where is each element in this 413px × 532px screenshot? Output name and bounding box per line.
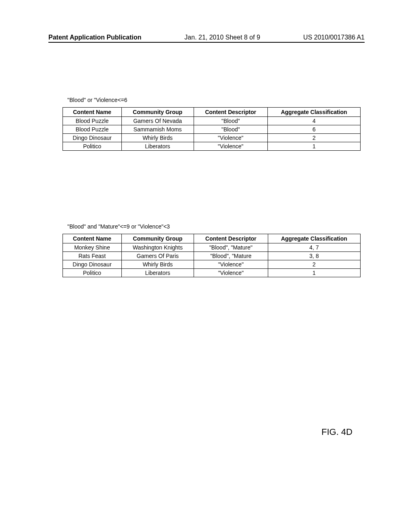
header-line: Patent Application Publication Jan. 21, … bbox=[48, 34, 365, 43]
table-row: Politico Liberators "Violence" 1 bbox=[63, 269, 361, 277]
col-content-name: Content Name bbox=[63, 108, 122, 117]
table-row: Rats Feast Gamers Of Paris "Blood", "Mat… bbox=[63, 252, 361, 260]
col-community-group: Community Group bbox=[121, 234, 194, 243]
page-header: Patent Application Publication Jan. 21, … bbox=[0, 34, 413, 43]
cell-content-descriptor: "Violence" bbox=[194, 142, 268, 151]
table-header-row: Content Name Community Group Content Des… bbox=[63, 108, 361, 117]
col-community-group: Community Group bbox=[121, 108, 194, 117]
table-row: Dingo Dinosaur Whirly Birds "Violence" 2 bbox=[63, 260, 361, 269]
cell-content-descriptor: "Blood" bbox=[194, 117, 268, 125]
cell-community-group: Washington Knights bbox=[121, 243, 194, 252]
cell-content-name: Blood Puzzle bbox=[63, 117, 122, 125]
table-row: Blood Puzzle Gamers Of Nevada "Blood" 4 bbox=[63, 117, 361, 125]
cell-content-descriptor: "Violence" bbox=[194, 269, 268, 277]
cell-community-group: Whirly Birds bbox=[121, 260, 194, 269]
header-patent-number: US 2010/0017386 A1 bbox=[303, 34, 365, 41]
cell-content-descriptor: "Blood", "Mature bbox=[194, 252, 268, 260]
table-row: Blood Puzzle Sammamish Moms "Blood" 6 bbox=[63, 125, 361, 134]
table-row: Politico Liberators "Violence" 1 bbox=[63, 142, 361, 151]
cell-aggregate-classification: 6 bbox=[268, 125, 361, 134]
cell-content-descriptor: "Blood" bbox=[194, 125, 268, 134]
query-label-1: "Blood" or "Violence<=6 bbox=[67, 97, 361, 103]
table-row: Monkey Shine Washington Knights "Blood",… bbox=[63, 243, 361, 252]
cell-content-name: Dingo Dinosaur bbox=[63, 260, 122, 269]
cell-content-name: Politico bbox=[63, 142, 122, 151]
cell-aggregate-classification: 2 bbox=[268, 134, 361, 142]
col-aggregate-classification: Aggregate Classification bbox=[268, 108, 361, 117]
cell-community-group: Whirly Birds bbox=[121, 134, 194, 142]
cell-aggregate-classification: 2 bbox=[268, 260, 361, 269]
col-aggregate-classification: Aggregate Classification bbox=[268, 234, 361, 243]
cell-community-group: Gamers Of Nevada bbox=[121, 117, 194, 125]
cell-aggregate-classification: 4 bbox=[268, 117, 361, 125]
section-1: "Blood" or "Violence<=6 Content Name Com… bbox=[63, 97, 361, 151]
col-content-name: Content Name bbox=[63, 234, 122, 243]
cell-content-descriptor: "Violence" bbox=[194, 134, 268, 142]
table-header-row: Content Name Community Group Content Des… bbox=[63, 234, 361, 243]
header-publication: Patent Application Publication bbox=[48, 34, 142, 41]
data-table-2: Content Name Community Group Content Des… bbox=[63, 234, 361, 277]
cell-community-group: Liberators bbox=[121, 142, 194, 151]
cell-content-name: Dingo Dinosaur bbox=[63, 134, 122, 142]
cell-aggregate-classification: 4, 7 bbox=[268, 243, 361, 252]
cell-content-name: Blood Puzzle bbox=[63, 125, 122, 134]
header-date-sheet: Jan. 21, 2010 Sheet 8 of 9 bbox=[184, 34, 260, 41]
section-2: "Blood" and "Mature"<=9 or "Violence"<3 … bbox=[63, 223, 361, 277]
col-content-descriptor: Content Descriptor bbox=[194, 234, 268, 243]
cell-content-descriptor: "Blood", "Mature" bbox=[194, 243, 268, 252]
cell-aggregate-classification: 1 bbox=[268, 142, 361, 151]
cell-community-group: Gamers Of Paris bbox=[121, 252, 194, 260]
cell-content-name: Politico bbox=[63, 269, 122, 277]
content-area: "Blood" or "Violence<=6 Content Name Com… bbox=[63, 97, 361, 350]
cell-aggregate-classification: 3, 8 bbox=[268, 252, 361, 260]
col-content-descriptor: Content Descriptor bbox=[194, 108, 268, 117]
cell-community-group: Sammamish Moms bbox=[121, 125, 194, 134]
cell-community-group: Liberators bbox=[121, 269, 194, 277]
cell-content-descriptor: "Violence" bbox=[194, 260, 268, 269]
figure-label: FIG. 4D bbox=[321, 427, 353, 437]
data-table-1: Content Name Community Group Content Des… bbox=[63, 107, 361, 151]
cell-aggregate-classification: 1 bbox=[268, 269, 361, 277]
table-row: Dingo Dinosaur Whirly Birds "Violence" 2 bbox=[63, 134, 361, 142]
cell-content-name: Rats Feast bbox=[63, 252, 122, 260]
query-label-2: "Blood" and "Mature"<=9 or "Violence"<3 bbox=[67, 223, 361, 230]
cell-content-name: Monkey Shine bbox=[63, 243, 122, 252]
